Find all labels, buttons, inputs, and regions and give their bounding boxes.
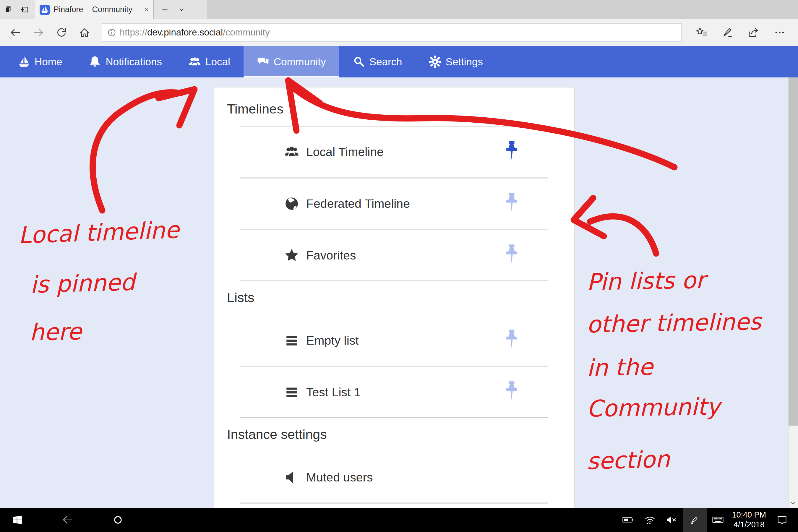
nav-item-community[interactable]: Community: [244, 46, 339, 77]
list-item-label: Favorites: [306, 249, 356, 263]
taskbar-back-icon[interactable]: [54, 508, 81, 532]
section-list: Muted users: [240, 452, 548, 508]
browser-toolbar: https://dev.pinafore.social/community: [0, 19, 798, 46]
nav-item-label: Home: [35, 56, 62, 68]
pin-button[interactable]: [504, 244, 519, 267]
nav-item-search[interactable]: Search: [339, 46, 416, 77]
list-icon: [284, 333, 299, 348]
nav-item-label: Notifications: [106, 56, 162, 68]
set-tabs-aside-icon[interactable]: [0, 0, 17, 19]
nav-item-notifications[interactable]: Notifications: [75, 46, 175, 77]
tab-preview-icon[interactable]: [17, 0, 33, 19]
list-item[interactable]: Muted users: [240, 452, 548, 502]
sailboat-icon: [18, 56, 30, 68]
list-item[interactable]: Empty list: [240, 315, 548, 366]
clock-date: 4/1/2018: [732, 520, 766, 530]
forward-icon[interactable]: [29, 22, 48, 43]
globe-icon: [284, 196, 299, 211]
people-icon: [284, 145, 299, 159]
battery-icon[interactable]: [617, 508, 639, 532]
scrollbar-thumb[interactable]: [788, 77, 798, 425]
list-item[interactable]: Federated Timeline: [240, 178, 548, 229]
address-bar[interactable]: https://dev.pinafore.social/community: [102, 23, 682, 42]
taskbar-clock[interactable]: 10:40 PM 4/1/2018: [732, 510, 766, 530]
list-icon: [284, 385, 299, 400]
nav-item-label: Community: [274, 56, 326, 68]
share-icon[interactable]: [741, 22, 767, 43]
home-icon[interactable]: [75, 22, 94, 43]
web-note-pen-icon[interactable]: [715, 22, 741, 43]
list-item[interactable]: Favorites: [240, 230, 548, 281]
tab-title: Pinafore – Community: [54, 5, 140, 14]
search-icon: [353, 56, 365, 68]
pinafore-favicon: [40, 5, 50, 15]
tab-close-icon[interactable]: [140, 3, 153, 17]
section-heading: Lists: [227, 290, 555, 305]
section-heading: Instance settings: [227, 427, 555, 442]
section-list: Empty listTest List 1: [240, 315, 548, 418]
nav-item-label: Settings: [446, 56, 483, 68]
list-item-partial[interactable]: [240, 504, 548, 508]
more-options-icon[interactable]: [767, 22, 793, 43]
back-icon[interactable]: [6, 22, 25, 43]
list-item-label: Empty list: [306, 334, 359, 347]
site-info-icon[interactable]: [107, 27, 117, 38]
clock-time: 10:40 PM: [732, 510, 766, 520]
community-card: TimelinesLocal TimelineFederated Timelin…: [214, 87, 574, 508]
toolbar-right-tools: [689, 22, 793, 43]
pin-button[interactable]: [504, 192, 519, 215]
browser-tab[interactable]: Pinafore – Community: [35, 0, 154, 19]
page-content: TimelinesLocal TimelineFederated Timelin…: [0, 77, 798, 508]
scroll-down-icon[interactable]: [790, 499, 797, 507]
scrollbar[interactable]: [788, 77, 798, 508]
refresh-icon[interactable]: [52, 22, 71, 43]
chat-icon: [257, 56, 269, 68]
section-heading: Timelines: [227, 102, 555, 116]
bell-icon: [89, 56, 101, 68]
url-text: https://dev.pinafore.social/community: [120, 27, 270, 38]
windows-taskbar: 10:40 PM 4/1/2018: [0, 508, 798, 532]
start-button-icon[interactable]: [4, 508, 31, 532]
star-icon: [284, 248, 299, 263]
section-list: Local TimelineFederated TimelineFavorite…: [240, 127, 548, 281]
gear-icon: [429, 56, 441, 68]
nav-item-local[interactable]: Local: [175, 46, 244, 77]
list-item[interactable]: Test List 1: [240, 367, 548, 417]
list-item-label: Federated Timeline: [306, 197, 410, 211]
favorites-hub-icon[interactable]: [689, 22, 715, 43]
pin-button[interactable]: [504, 141, 519, 163]
list-item-label: Test List 1: [306, 385, 361, 399]
new-tab-icon[interactable]: [157, 0, 173, 19]
cortana-icon[interactable]: [104, 508, 131, 532]
pin-button[interactable]: [504, 329, 519, 352]
list-item-label: Local Timeline: [306, 145, 384, 159]
pin-button[interactable]: [504, 381, 519, 403]
wifi-icon[interactable]: [639, 508, 661, 532]
tab-dropdown-icon[interactable]: [173, 0, 190, 19]
touch-keyboard-icon[interactable]: [707, 508, 729, 532]
action-center-icon[interactable]: [770, 508, 794, 532]
volume-muted-icon[interactable]: [661, 508, 683, 532]
pinafore-nav-bar: HomeNotificationsLocalCommunitySearchSet…: [0, 46, 798, 77]
windows-ink-icon[interactable]: [683, 508, 707, 532]
nav-item-home[interactable]: Home: [4, 46, 75, 77]
list-item-label: Muted users: [306, 471, 373, 484]
nav-item-label: Local: [205, 56, 230, 68]
browser-tab-strip: Pinafore – Community: [0, 0, 798, 19]
people-icon: [189, 56, 201, 68]
screen: Pinafore – Community: [0, 0, 798, 532]
list-item[interactable]: Local Timeline: [240, 127, 548, 177]
nav-item-label: Search: [369, 56, 402, 68]
mute-icon: [284, 470, 299, 485]
tab-controls-band: Pinafore – Community: [0, 0, 207, 19]
nav-item-settings[interactable]: Settings: [416, 46, 496, 77]
